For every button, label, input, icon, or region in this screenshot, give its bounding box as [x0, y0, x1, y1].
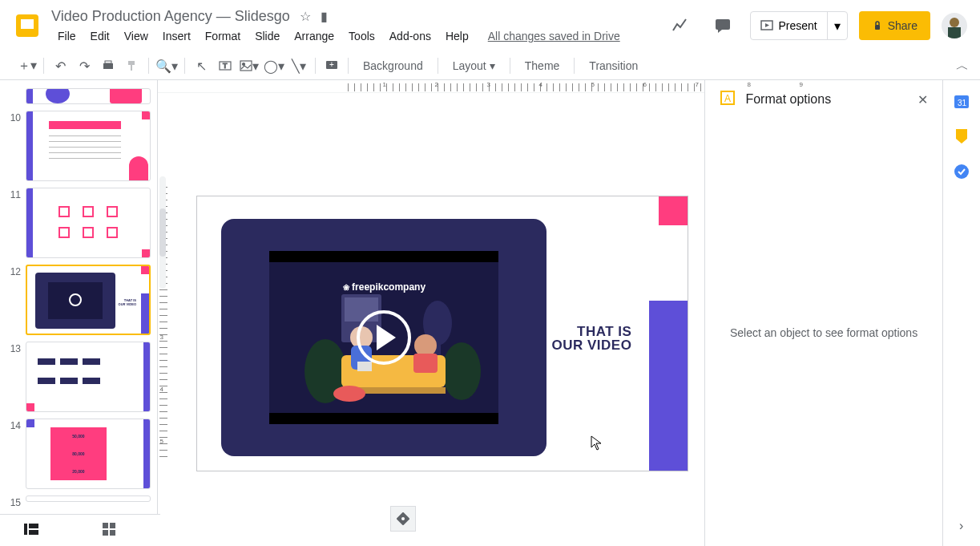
thumb-number — [6, 88, 21, 104]
purple-column-shape[interactable] — [649, 301, 688, 471]
thumb-number: 11 — [6, 188, 21, 258]
saved-indicator[interactable]: All changes saved in Drive — [488, 30, 620, 42]
format-options-icon: A — [720, 90, 736, 109]
theme-button[interactable]: Theme — [515, 55, 570, 77]
undo-button[interactable]: ↶ — [49, 55, 71, 77]
calendar-icon[interactable]: 31 — [954, 93, 970, 109]
present-label: Present — [778, 19, 817, 32]
thumb-wrap: 10 — [0, 107, 157, 184]
filmstrip-view-icon[interactable] — [24, 524, 38, 538]
collapse-toolbar-icon[interactable]: ︿ — [951, 55, 974, 77]
new-slide-button[interactable]: ＋▾ — [16, 55, 38, 77]
comment-icon[interactable] — [707, 10, 739, 42]
separator — [348, 58, 349, 74]
menubar: File Edit View Insert Format Slide Arran… — [51, 26, 663, 47]
textbox-tool[interactable]: T — [214, 55, 236, 77]
line-tool[interactable]: ╲▾ — [288, 55, 310, 77]
svg-rect-41 — [103, 523, 108, 528]
svg-text:T: T — [223, 62, 228, 70]
print-button[interactable] — [97, 55, 119, 77]
right-sidebar: 31 › — [942, 80, 980, 546]
format-panel-title: Format options — [745, 92, 907, 107]
menu-help[interactable]: Help — [439, 28, 475, 44]
menu-edit[interactable]: Edit — [84, 28, 116, 44]
svg-rect-9 — [128, 61, 135, 65]
svg-point-22 — [442, 342, 481, 400]
thumb-wrap: 11 — [0, 184, 157, 261]
svg-text:A: A — [724, 93, 731, 104]
star-icon[interactable]: ☆ — [300, 9, 311, 24]
app-logo[interactable] — [13, 10, 45, 42]
slide-thumb-15[interactable] — [26, 495, 151, 502]
svg-text:+: + — [329, 60, 334, 69]
slide-canvas[interactable]: ❀ freepikcompany THAT IS OUR VIDEO — [196, 196, 688, 471]
folder-icon[interactable]: ▮ — [321, 9, 328, 24]
menu-file[interactable]: File — [51, 28, 83, 44]
pink-square-shape[interactable] — [659, 196, 688, 225]
svg-rect-4 — [875, 25, 880, 30]
present-dropdown[interactable]: ▾ — [828, 12, 847, 39]
filmstrip[interactable]: 10 11 12 — [0, 80, 158, 546]
svg-rect-39 — [29, 524, 38, 528]
separator — [184, 58, 185, 74]
redo-button[interactable]: ↷ — [73, 55, 95, 77]
separator — [574, 58, 575, 74]
thumb-wrap: 12 THAT ISOUR VIDEO — [0, 261, 157, 338]
video-brand: freepikcompany — [352, 281, 425, 293]
slide-thumb-14[interactable]: 50,00080,00020,000 — [26, 419, 151, 489]
zoom-button[interactable]: 🔍▾ — [154, 55, 179, 77]
collapse-rail-icon[interactable]: › — [959, 519, 963, 533]
format-panel-header: A Format options ✕ — [705, 80, 942, 119]
svg-rect-44 — [110, 530, 115, 536]
format-options-panel: A Format options ✕ Select an object to s… — [704, 80, 942, 546]
canvas-inner[interactable]: ❀ freepikcompany THAT IS OUR VIDEO — [158, 93, 704, 546]
slide-title-text[interactable]: THAT IS OUR VIDEO — [552, 325, 632, 352]
close-icon[interactable]: ✕ — [917, 92, 928, 107]
select-tool[interactable]: ↖ — [190, 55, 212, 77]
activity-icon[interactable] — [663, 10, 696, 42]
slide-thumb-10[interactable] — [26, 111, 151, 181]
format-placeholder-text: Select an object to see format options — [730, 326, 917, 339]
doc-title[interactable]: Video Production Agency — Slidesgo — [51, 8, 290, 25]
shape-tool[interactable]: ◯▾ — [262, 55, 286, 77]
background-button[interactable]: Background — [353, 55, 433, 77]
comment-tool[interactable]: + — [321, 55, 343, 77]
explore-button[interactable] — [390, 506, 416, 532]
svg-rect-42 — [110, 523, 115, 528]
slide-thumb-13[interactable] — [26, 342, 151, 412]
svg-point-28 — [414, 334, 437, 357]
share-button[interactable]: Share — [859, 11, 930, 40]
menu-format[interactable]: Format — [199, 28, 247, 44]
main-area: 10 11 12 — [0, 80, 980, 546]
slide-thumb-11[interactable] — [26, 188, 151, 258]
thumb-number: 12 — [6, 265, 21, 335]
svg-rect-2 — [716, 19, 730, 30]
grid-view-icon[interactable] — [103, 523, 115, 539]
svg-point-5 — [950, 18, 959, 27]
user-avatar[interactable] — [942, 13, 967, 38]
menu-addons[interactable]: Add-ons — [383, 28, 438, 44]
transition-button[interactable]: Transition — [579, 55, 647, 77]
svg-rect-10 — [131, 65, 132, 71]
menu-insert[interactable]: Insert — [156, 28, 197, 44]
keep-icon[interactable] — [954, 128, 970, 144]
svg-rect-6 — [948, 27, 961, 38]
play-icon[interactable] — [357, 310, 411, 365]
video-element[interactable]: ❀ freepikcompany — [221, 219, 546, 456]
image-tool[interactable]: ▾ — [238, 55, 260, 77]
svg-rect-27 — [357, 362, 372, 371]
menu-tools[interactable]: Tools — [342, 28, 381, 44]
tasks-icon[interactable] — [954, 164, 970, 180]
menu-slide[interactable]: Slide — [248, 28, 286, 44]
separator — [438, 58, 438, 74]
menu-arrange[interactable]: Arrange — [288, 28, 341, 44]
separator — [510, 58, 510, 74]
header: Video Production Agency — Slidesgo ☆ ▮ F… — [0, 0, 980, 51]
slide-thumb-9[interactable] — [26, 88, 151, 104]
slide-thumb-12[interactable]: THAT ISOUR VIDEO — [26, 265, 151, 335]
layout-button[interactable]: Layout▾ — [443, 55, 505, 77]
menu-view[interactable]: View — [118, 28, 155, 44]
present-button[interactable]: Present — [751, 12, 827, 39]
svg-text:31: 31 — [958, 99, 967, 107]
paint-format-button[interactable] — [121, 55, 143, 77]
